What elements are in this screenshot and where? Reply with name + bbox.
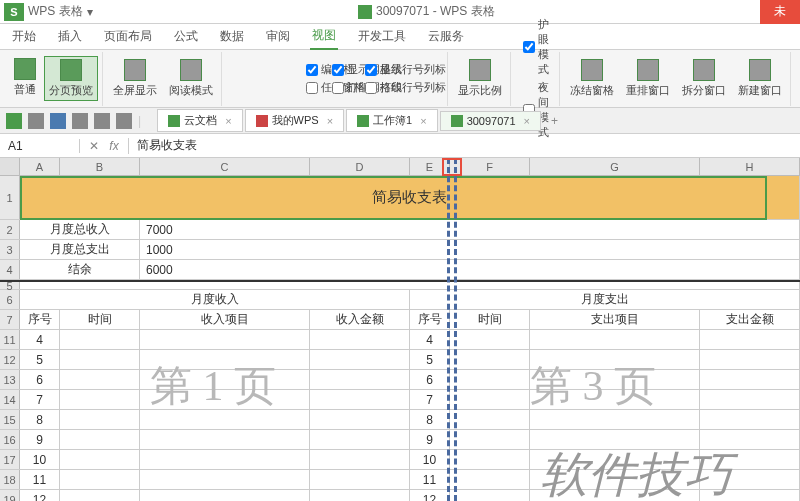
chk-rowcol[interactable]: 显示行号列标 bbox=[365, 62, 446, 77]
close-button[interactable]: 未 bbox=[760, 0, 800, 24]
cell-seq2[interactable]: 6 bbox=[410, 370, 450, 389]
row-17[interactable]: 17 bbox=[0, 450, 20, 469]
row-19[interactable]: 19 bbox=[0, 490, 20, 501]
row-3[interactable]: 3 bbox=[0, 240, 20, 259]
row-11[interactable]: 11 bbox=[0, 330, 20, 349]
menu-data[interactable]: 数据 bbox=[218, 24, 246, 49]
col-h[interactable]: H bbox=[700, 158, 800, 175]
cell-seq[interactable]: 7 bbox=[20, 390, 60, 409]
select-all-corner[interactable] bbox=[0, 158, 20, 175]
row-18[interactable]: 18 bbox=[0, 470, 20, 489]
freeze-button[interactable]: 冻结窗格 bbox=[566, 57, 618, 100]
row-2[interactable]: 2 bbox=[0, 220, 20, 239]
split-button[interactable]: 拆分窗口 bbox=[678, 57, 730, 100]
col-b[interactable]: B bbox=[60, 158, 140, 175]
cell-seq2[interactable]: 5 bbox=[410, 350, 450, 369]
qb-save-icon[interactable] bbox=[50, 113, 66, 129]
tab-mywps[interactable]: 我的WPS× bbox=[245, 109, 345, 132]
cell-seq2[interactable]: 10 bbox=[410, 450, 450, 469]
menu-layout[interactable]: 页面布局 bbox=[102, 24, 154, 49]
cell-r2-value[interactable]: 7000 bbox=[140, 220, 800, 239]
chk-eyecare[interactable]: 护眼模式 bbox=[523, 17, 549, 77]
col-a[interactable]: A bbox=[20, 158, 60, 175]
reading-mode-button[interactable]: 阅读模式 bbox=[165, 57, 217, 100]
cell-seq[interactable]: 4 bbox=[20, 330, 60, 349]
col-g[interactable]: G bbox=[530, 158, 700, 175]
app-logo: S bbox=[4, 3, 24, 21]
tab-workbook1[interactable]: 工作簿1× bbox=[346, 109, 438, 132]
menu-cloud[interactable]: 云服务 bbox=[426, 24, 466, 49]
title-cell[interactable]: 简易收支表 bbox=[20, 176, 800, 219]
menu-insert[interactable]: 插入 bbox=[56, 24, 84, 49]
row-7[interactable]: 7 bbox=[0, 310, 20, 329]
row-14[interactable]: 14 bbox=[0, 390, 20, 409]
qb-redo-icon[interactable] bbox=[116, 113, 132, 129]
menubar: 开始 插入 页面布局 公式 数据 审阅 视图 开发工具 云服务 bbox=[0, 24, 800, 50]
row-5[interactable]: 5 bbox=[0, 282, 20, 289]
qb-print-icon[interactable] bbox=[72, 113, 88, 129]
cell-r2-label[interactable]: 月度总收入 bbox=[20, 220, 140, 239]
row-12[interactable]: 12 bbox=[0, 350, 20, 369]
row-13[interactable]: 13 bbox=[0, 370, 20, 389]
cell-seq2[interactable]: 8 bbox=[410, 410, 450, 429]
menu-view[interactable]: 视图 bbox=[310, 23, 338, 50]
cell-seq[interactable]: 10 bbox=[20, 450, 60, 469]
cell-seq[interactable]: 9 bbox=[20, 430, 60, 449]
cell-r3-label[interactable]: 月度总支出 bbox=[20, 240, 140, 259]
doc-icon bbox=[358, 5, 372, 19]
fx-cancel-icon[interactable]: ✕ bbox=[86, 138, 102, 154]
row-6[interactable]: 6 bbox=[0, 290, 20, 309]
hdr-income[interactable]: 月度收入 bbox=[20, 290, 410, 309]
doc-title: 30097071 - WPS 表格 bbox=[376, 3, 495, 20]
sheet-area[interactable]: A B C D E F G H 1 简易收支表 2 月度总收入 7000 3 月… bbox=[0, 158, 800, 501]
cell-seq[interactable]: 6 bbox=[20, 370, 60, 389]
app-name: WPS 表格 bbox=[28, 3, 83, 20]
cell-r4-value[interactable]: 6000 bbox=[140, 260, 800, 279]
cell-seq2[interactable]: 9 bbox=[410, 430, 450, 449]
row-16[interactable]: 16 bbox=[0, 430, 20, 449]
view-normal-button[interactable]: 普通 bbox=[10, 56, 40, 101]
cell-seq2[interactable]: 7 bbox=[410, 390, 450, 409]
quickbar: | 云文档× 我的WPS× 工作簿1× 30097071× + bbox=[0, 108, 800, 134]
menu-devtools[interactable]: 开发工具 bbox=[356, 24, 408, 49]
cell-seq[interactable]: 11 bbox=[20, 470, 60, 489]
fullscreen-button[interactable]: 全屏显示 bbox=[109, 57, 161, 100]
cell-seq2[interactable]: 12 bbox=[410, 490, 450, 501]
menu-start[interactable]: 开始 bbox=[10, 24, 38, 49]
hdr-expense[interactable]: 月度支出 bbox=[410, 290, 800, 309]
qb-new-icon[interactable] bbox=[6, 113, 22, 129]
row-4[interactable]: 4 bbox=[0, 260, 20, 279]
row-1[interactable]: 1 bbox=[0, 176, 20, 219]
col-c[interactable]: C bbox=[140, 158, 310, 175]
view-pagebreak-button[interactable]: 分页预览 bbox=[44, 56, 98, 101]
qb-open-icon[interactable] bbox=[28, 113, 44, 129]
col-d[interactable]: D bbox=[310, 158, 410, 175]
newwin-button[interactable]: 新建窗口 bbox=[734, 57, 786, 100]
cell-seq[interactable]: 12 bbox=[20, 490, 60, 501]
fx-function-icon[interactable]: fx bbox=[106, 138, 122, 154]
namebox[interactable]: A1 bbox=[0, 139, 80, 153]
col-e[interactable]: E bbox=[410, 158, 450, 175]
tab-add-button[interactable]: + bbox=[543, 111, 566, 131]
cell-seq[interactable]: 8 bbox=[20, 410, 60, 429]
formula-bar: A1 ✕ fx 简易收支表 bbox=[0, 134, 800, 158]
ribbon: 普通 分页预览 全屏显示 阅读模式 编辑栏 任务窗格 显示网格线 打印网格线 显… bbox=[0, 50, 800, 108]
zoom-button[interactable]: 显示比例 bbox=[454, 57, 506, 100]
tab-current[interactable]: 30097071× bbox=[440, 111, 541, 131]
cell-r3-value[interactable]: 1000 bbox=[140, 240, 800, 259]
tab-cloud[interactable]: 云文档× bbox=[157, 109, 242, 132]
formula-input[interactable]: 简易收支表 bbox=[129, 137, 800, 154]
qb-undo-icon[interactable] bbox=[94, 113, 110, 129]
chk-printrowcol[interactable]: 打印行号列标 bbox=[365, 80, 446, 95]
menu-review[interactable]: 审阅 bbox=[264, 24, 292, 49]
cell-seq2[interactable]: 4 bbox=[410, 330, 450, 349]
cell-seq2[interactable]: 11 bbox=[410, 470, 450, 489]
cell-seq[interactable]: 5 bbox=[20, 350, 60, 369]
menu-formula[interactable]: 公式 bbox=[172, 24, 200, 49]
rearrange-button[interactable]: 重排窗口 bbox=[622, 57, 674, 100]
cell-r4-label[interactable]: 结余 bbox=[20, 260, 140, 279]
col-f[interactable]: F bbox=[450, 158, 530, 175]
row-15[interactable]: 15 bbox=[0, 410, 20, 429]
